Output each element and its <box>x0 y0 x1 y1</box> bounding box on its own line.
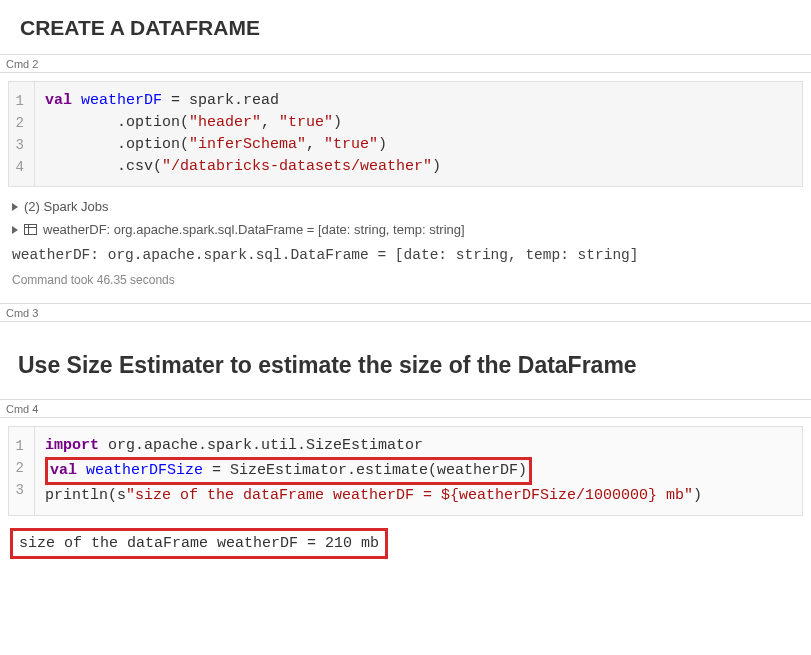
cmd-label-2: Cmd 2 <box>0 54 811 73</box>
output-area-1: (2) Spark Jobs weatherDF: org.apache.spa… <box>10 195 801 297</box>
code-keyword: import <box>45 437 99 454</box>
result-output: size of the dataFrame weatherDF = 210 mb <box>10 528 388 559</box>
code-text: ) <box>693 487 702 504</box>
heading-size-estimater: Use Size Estimater to estimate the size … <box>0 322 811 399</box>
code-body[interactable]: val weatherDF = spark.read .option("head… <box>35 82 451 186</box>
code-var: weatherDFSize <box>77 462 203 479</box>
code-text: = SizeEstimator.estimate(weatherDF) <box>203 462 527 479</box>
table-icon <box>24 224 37 235</box>
code-text: , <box>261 114 279 131</box>
code-text: .option( <box>45 136 189 153</box>
code-var: weatherDF <box>72 92 162 109</box>
code-cell-2[interactable]: 1 2 3 import org.apache.spark.util.SizeE… <box>8 426 803 516</box>
highlighted-code-line2: val weatherDFSize = SizeEstimator.estima… <box>45 457 532 485</box>
code-text: .csv( <box>45 158 162 175</box>
code-text: ) <box>378 136 387 153</box>
code-body[interactable]: import org.apache.spark.util.SizeEstimat… <box>35 427 712 515</box>
code-string: "true" <box>324 136 378 153</box>
line-number: 2 <box>15 457 24 479</box>
line-gutter: 1 2 3 <box>9 427 35 515</box>
heading-create-dataframe: CREATE A DATAFRAME <box>0 0 811 54</box>
code-text: = spark.read <box>162 92 279 109</box>
code-string: "true" <box>279 114 333 131</box>
code-text: ) <box>432 158 441 175</box>
expand-icon <box>12 203 18 211</box>
line-number: 4 <box>15 156 24 178</box>
code-cell-1[interactable]: 1 2 3 4 val weatherDF = spark.read .opti… <box>8 81 803 187</box>
expand-icon <box>12 226 18 234</box>
cmd-label-4: Cmd 4 <box>0 399 811 418</box>
code-string: "inferSchema" <box>189 136 306 153</box>
line-number: 3 <box>15 134 24 156</box>
spark-jobs-label: (2) Spark Jobs <box>24 199 109 214</box>
line-number: 1 <box>15 435 24 457</box>
code-keyword: val <box>50 462 77 479</box>
code-string: "header" <box>189 114 261 131</box>
spark-jobs-row[interactable]: (2) Spark Jobs <box>10 195 801 218</box>
code-string: "size of the dataFrame weatherDF = ${wea… <box>126 487 693 504</box>
schema-text: weatherDF: org.apache.spark.sql.DataFram… <box>43 222 465 237</box>
schema-row[interactable]: weatherDF: org.apache.spark.sql.DataFram… <box>10 218 801 241</box>
line-number: 2 <box>15 112 24 134</box>
code-text: println(s <box>45 487 126 504</box>
line-gutter: 1 2 3 4 <box>9 82 35 186</box>
timing-text: Command took 46.35 seconds <box>10 267 801 297</box>
code-text: ) <box>333 114 342 131</box>
code-text: org.apache.spark.util.SizeEstimator <box>99 437 423 454</box>
code-text: .option( <box>45 114 189 131</box>
code-string: "/databricks-datasets/weather" <box>162 158 432 175</box>
line-number: 1 <box>15 90 24 112</box>
code-keyword: val <box>45 92 72 109</box>
line-number: 3 <box>15 479 24 501</box>
console-output: weatherDF: org.apache.spark.sql.DataFram… <box>10 241 801 267</box>
cmd-label-3: Cmd 3 <box>0 303 811 322</box>
code-text: , <box>306 136 324 153</box>
